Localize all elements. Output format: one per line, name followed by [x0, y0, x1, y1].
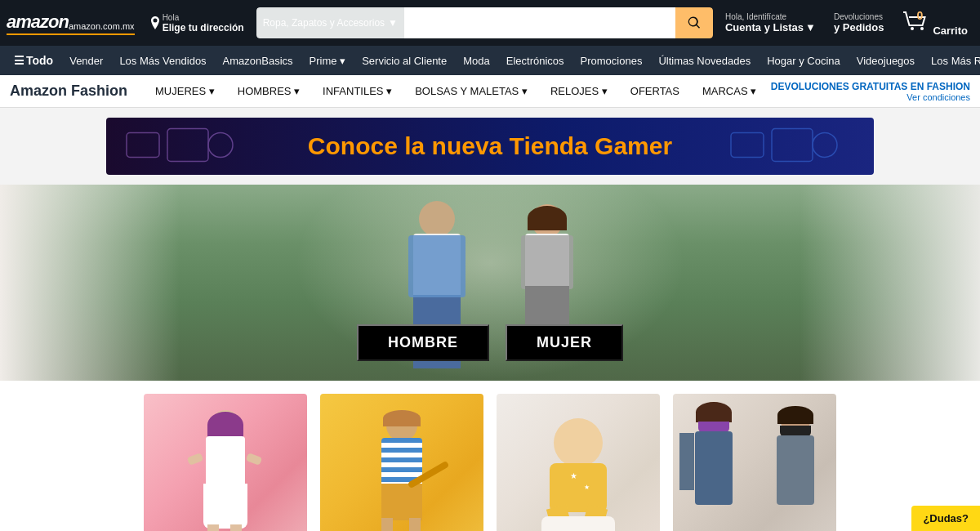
cubrebocas-person2: [763, 406, 828, 531]
account-label: Cuenta y Listas ▼: [725, 21, 816, 33]
search-button[interactable]: [675, 7, 713, 38]
fashion-nav-bolsas[interactable]: BOLSAS Y MALETAS ▾: [403, 78, 539, 104]
nina-leg-left: [207, 524, 219, 531]
nav-electronicos-label: Electrónicos: [506, 55, 564, 67]
bebes-body: [550, 463, 607, 512]
hero-mujer-button[interactable]: MUJER: [506, 324, 623, 361]
account-hello: Hola, Identifícate: [725, 12, 816, 21]
hero-hombre-label: HOMBRE: [388, 334, 458, 350]
bebes-blanket: [541, 516, 615, 531]
account-menu[interactable]: Hola, Identifícate Cuenta y Listas ▼: [719, 8, 822, 38]
nav-moda-label: Moda: [463, 55, 490, 67]
svg-point-1: [920, 27, 924, 30]
nav-all[interactable]: ☰ Todo: [7, 48, 60, 73]
returns-menu[interactable]: Devoluciones y Pedidos: [828, 8, 889, 38]
nav-electronicos[interactable]: Electrónicos: [499, 49, 572, 73]
hero-buttons: HOMBRE MUJER: [357, 324, 623, 361]
fashion-nav-hombres-label: HOMBRES ▾: [238, 85, 300, 97]
nav-hogar[interactable]: Hogar y Cocina: [760, 49, 848, 73]
fashion-nav-relojes-label: RELOJES ▾: [550, 85, 608, 97]
nav-videojuegos[interactable]: Videojuegos: [849, 49, 922, 73]
nina-hair: [207, 412, 243, 438]
nav-promociones[interactable]: Promociones: [573, 49, 650, 73]
nav-mas-vendidos[interactable]: Los Más Vendidos: [112, 49, 213, 73]
nav-novedades[interactable]: Últimas Novedades: [651, 49, 758, 73]
account-arrow: ▼: [805, 21, 816, 33]
location-selector[interactable]: Hola Elige tu dirección: [145, 9, 250, 38]
fashion-brand[interactable]: Amazon Fashion: [10, 83, 127, 100]
hero-hombre-button[interactable]: HOMBRE: [357, 324, 489, 361]
fashion-nav-marcas[interactable]: MARCAS ▾: [691, 78, 768, 104]
nav-vender[interactable]: Vender: [62, 49, 110, 73]
nav-servicio[interactable]: Servicio al Cliente: [354, 49, 454, 73]
location-action: Elige tu dirección: [163, 22, 244, 33]
bebes-star2: ★: [584, 484, 590, 491]
gamer-banner[interactable]: Conoce la nueva Tienda Gamer: [106, 118, 874, 175]
nav-vender-label: Vender: [69, 55, 103, 67]
svg-rect-2: [127, 133, 159, 158]
nav-regalados-label: Los Más Regalados: [931, 55, 980, 67]
dudas-button[interactable]: ¿Dudas?: [911, 506, 980, 531]
kids-card-nina[interactable]: Niña: [144, 394, 307, 531]
nina-arm-left: [187, 453, 203, 466]
woman-hair: [528, 206, 567, 230]
nino-figure: [357, 410, 447, 531]
kids-card-nino[interactable]: Niño: [320, 394, 483, 531]
svg-rect-5: [731, 133, 764, 158]
nino-leg-left: [381, 518, 393, 531]
nav-hogar-label: Hogar y Cocina: [767, 55, 840, 67]
search-input[interactable]: [404, 7, 675, 38]
nav-mas-vendidos-label: Los Más Vendidos: [119, 55, 206, 67]
svg-rect-6: [772, 129, 813, 162]
returns-sub: y Pedidos: [834, 21, 884, 33]
fashion-returns-promo[interactable]: DEVOLUCIONES GRATUITAS EN FASHION Ver co…: [771, 81, 970, 102]
man-jacket: [408, 235, 466, 297]
kids-card-bebes[interactable]: ★ ★ Bebés: [497, 394, 660, 531]
fashion-nav-marcas-label: MARCAS ▾: [702, 85, 756, 97]
kids-card-img-nino: [320, 394, 483, 531]
nav-novedades-label: Últimas Novedades: [658, 55, 751, 67]
cart-button[interactable]: 0 Carrito: [896, 5, 973, 41]
kids-card-img-nina: [144, 394, 307, 531]
kids-grid: Niña Niño: [0, 381, 980, 531]
nav-basics[interactable]: AmazonBasics: [216, 49, 301, 73]
fashion-nav-bolsas-label: BOLSAS Y MALETAS ▾: [415, 85, 528, 97]
hero-mujer-label: MUJER: [537, 334, 592, 350]
nav-servicio-label: Servicio al Cliente: [362, 55, 447, 67]
fashion-nav: Amazon Fashion MUJERES ▾ HOMBRES ▾ INFAN…: [0, 75, 980, 108]
cubrebocas-person1: [681, 402, 746, 531]
svg-rect-3: [167, 129, 208, 162]
nina-arm-right: [246, 453, 262, 466]
fashion-nav-infantiles[interactable]: INFANTILES ▾: [311, 78, 403, 104]
nav-basics-label: AmazonBasics: [223, 55, 293, 67]
svg-point-0: [911, 27, 914, 30]
nav-regalados[interactable]: Los Más Regalados: [924, 49, 980, 73]
nav-promociones-label: Promociones: [581, 55, 643, 67]
nina-skirt: [203, 484, 247, 529]
nav-bar: ☰ Todo Vender Los Más Vendidos AmazonBas…: [0, 46, 980, 75]
bebes-figure: ★ ★: [525, 410, 631, 531]
nav-moda[interactable]: Moda: [456, 49, 497, 73]
cart-label: Carrito: [933, 25, 968, 37]
search-category-arrow: ▼: [388, 17, 398, 29]
p2-hair: [777, 406, 813, 424]
bebes-head: [554, 418, 603, 467]
location-icon: [150, 16, 160, 29]
hero-fade-right: [800, 185, 980, 381]
nav-prime-label: Prime ▾: [310, 55, 346, 67]
hamburger-icon: ☰: [14, 54, 24, 67]
woman-jacket: [521, 235, 573, 289]
nav-prime[interactable]: Prime ▾: [302, 49, 354, 73]
fashion-nav-mujeres[interactable]: MUJERES ▾: [144, 78, 226, 104]
search-category-select[interactable]: Ropa, Zapatos y Accesorios ▼: [256, 7, 404, 38]
nav-videojuegos-label: Videojuegos: [857, 55, 915, 67]
fashion-nav-mujeres-label: MUJERES ▾: [155, 85, 215, 97]
fashion-nav-hombres[interactable]: HOMBRES ▾: [226, 78, 311, 104]
fashion-nav-ofertas[interactable]: OFERTAS: [619, 78, 691, 104]
top-bar: amazon amazon.com.mx Hola Elige tu direc…: [0, 0, 980, 46]
nino-hair: [383, 410, 421, 426]
fashion-nav-relojes[interactable]: RELOJES ▾: [539, 78, 619, 104]
p2-body: [777, 435, 814, 505]
amazon-logo[interactable]: amazon amazon.com.mx: [7, 11, 135, 35]
kids-card-cubrebocas[interactable]: Cubrebocas: [673, 394, 836, 531]
